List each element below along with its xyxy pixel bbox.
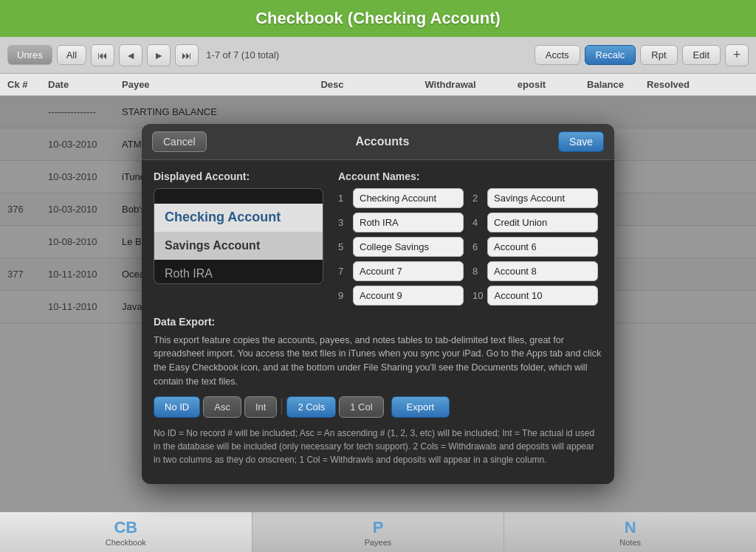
- payees-label: Payees: [365, 538, 392, 547]
- all-button[interactable]: All: [57, 45, 86, 65]
- account-name-item: 10: [472, 286, 602, 306]
- account-name-input[interactable]: [487, 286, 598, 306]
- account-number: 5: [338, 241, 348, 252]
- account-name-input[interactable]: [353, 213, 464, 232]
- export-buttons-row: No ID Asc Int 2 Cols 1 Col Export: [154, 396, 602, 418]
- account-number: 1: [338, 193, 348, 204]
- first-nav-button[interactable]: ⏮: [91, 44, 114, 66]
- notes-label: Notes: [619, 538, 641, 547]
- payees-icon: P: [373, 518, 384, 537]
- account-name-item: 1: [338, 188, 468, 208]
- column-headers: Ck # Date Payee Desc Withdrawal eposit B…: [0, 74, 756, 96]
- account-number: 8: [472, 266, 483, 277]
- account-name-item: 9: [338, 286, 468, 306]
- main-content: --------------- STARTING BALANCE 10-03-2…: [0, 96, 756, 511]
- account-names-grid: 1 2 3 4 5 6 7 8 9 10: [338, 188, 602, 306]
- toolbar: Unres All ⏮ ◄ ► ⏭ 1-7 of 7 (10 total) Ac…: [0, 37, 756, 74]
- col-header-ck: Ck #: [0, 79, 48, 90]
- modal-save-button[interactable]: Save: [558, 131, 604, 152]
- edit-button[interactable]: Edit: [682, 45, 721, 65]
- account-name-item: 8: [472, 261, 602, 281]
- no-id-button[interactable]: No ID: [154, 396, 200, 418]
- tab-checkbook[interactable]: CB Checkbook: [0, 512, 252, 552]
- last-nav-button[interactable]: ⏭: [175, 44, 199, 66]
- account-name-input[interactable]: [487, 188, 598, 208]
- checkbook-icon: CB: [114, 518, 137, 537]
- checkbook-label: Checkbook: [106, 538, 146, 547]
- col-header-date: Date: [48, 79, 122, 90]
- data-export-description: This export feature copies the accounts,…: [154, 334, 602, 389]
- modal-cancel-button[interactable]: Cancel: [152, 131, 207, 152]
- tab-notes[interactable]: N Notes: [504, 512, 756, 552]
- col-header-balance: Balance: [568, 79, 642, 90]
- col-header-withdrawal: Withdrawal: [406, 79, 495, 90]
- account-name-input[interactable]: [353, 286, 464, 306]
- account-name-input[interactable]: [353, 188, 464, 208]
- displayed-account-section: Displayed Account: Checking Account Savi…: [154, 170, 602, 306]
- account-number: 9: [338, 290, 348, 301]
- account-name-item: 4: [472, 213, 602, 232]
- account-names-label: Account Names:: [338, 170, 602, 182]
- account-name-item: 5: [338, 237, 468, 257]
- account-number: 3: [338, 217, 348, 228]
- accts-button[interactable]: Accts: [535, 45, 580, 65]
- notes-icon: N: [625, 518, 636, 537]
- rpt-button[interactable]: Rpt: [640, 45, 677, 65]
- account-name-item: 3: [338, 213, 468, 232]
- accounts-modal: Cancel Accounts Save Displayed Account: …: [142, 124, 614, 484]
- prev-nav-button[interactable]: ◄: [119, 44, 142, 66]
- recalc-button[interactable]: Recalc: [585, 45, 636, 65]
- account-names-section: Account Names: 1 2 3 4 5 6 7 8: [338, 170, 602, 306]
- data-export-label: Data Export:: [154, 316, 602, 328]
- add-button[interactable]: +: [725, 44, 749, 66]
- account-name-item: 6: [472, 237, 602, 257]
- one-col-button[interactable]: 1 Col: [339, 396, 383, 418]
- account-number: 2: [472, 193, 483, 204]
- account-name-input[interactable]: [487, 261, 598, 281]
- modal-overlay: Cancel Accounts Save Displayed Account: …: [0, 96, 756, 511]
- modal-title: Accounts: [207, 135, 558, 148]
- two-cols-button[interactable]: 2 Cols: [286, 396, 336, 418]
- picker-item-savings[interactable]: Savings Account: [154, 232, 323, 260]
- account-number: 7: [338, 266, 348, 277]
- export-divider: [281, 399, 282, 415]
- displayed-account-label: Displayed Account:: [154, 170, 323, 182]
- picker-item-roth[interactable]: Roth IRA: [154, 260, 323, 284]
- col-header-payee: Payee: [122, 79, 258, 90]
- col-header-resolved: Resolved: [642, 79, 694, 90]
- account-number: 4: [472, 217, 483, 228]
- next-nav-button[interactable]: ►: [147, 44, 171, 66]
- account-name-item: 7: [338, 261, 468, 281]
- int-button[interactable]: Int: [244, 396, 277, 418]
- modal-body: Displayed Account: Checking Account Savi…: [142, 160, 614, 484]
- picker-item-empty: [154, 189, 323, 204]
- account-name-item: 2: [472, 188, 602, 208]
- account-name-input[interactable]: [353, 261, 464, 281]
- modal-header: Cancel Accounts Save: [142, 124, 614, 160]
- unres-button[interactable]: Unres: [7, 45, 52, 65]
- asc-button[interactable]: Asc: [203, 396, 241, 418]
- page-title: Checkbook (Checking Account): [255, 9, 501, 28]
- tab-bar: CB Checkbook P Payees N Notes: [0, 511, 756, 552]
- picker-item-checking[interactable]: Checking Account: [154, 204, 323, 232]
- account-name-input[interactable]: [353, 237, 464, 257]
- data-export-section: Data Export: This export feature copies …: [154, 316, 602, 466]
- account-name-input[interactable]: [487, 237, 598, 257]
- col-header-desc: Desc: [258, 79, 406, 90]
- account-number: 6: [472, 241, 483, 252]
- tab-payees[interactable]: P Payees: [252, 512, 505, 552]
- title-bar: Checkbook (Checking Account): [0, 0, 756, 37]
- account-number: 10: [472, 290, 483, 301]
- export-button[interactable]: Export: [391, 396, 450, 418]
- export-footer: No ID = No record # will be included; As…: [154, 427, 602, 466]
- record-count: 1-7 of 7 (10 total): [203, 49, 530, 61]
- account-picker[interactable]: Checking Account Savings Account Roth IR…: [154, 188, 323, 284]
- displayed-account-left: Displayed Account: Checking Account Savi…: [154, 170, 323, 306]
- account-name-input[interactable]: [487, 213, 598, 232]
- col-header-deposit: eposit: [495, 79, 568, 90]
